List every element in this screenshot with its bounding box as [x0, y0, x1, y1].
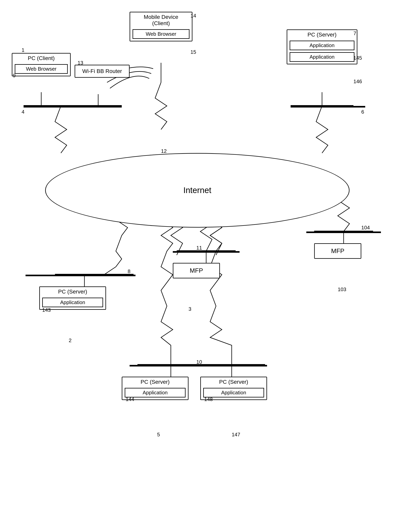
mobile-device-title: Mobile Device(Client) [130, 12, 192, 28]
wifi-router-title: Wi-Fi BB Router [75, 65, 129, 77]
ref-103: 103 [338, 286, 346, 293]
pc-server-bottom-left-app-box: Application [125, 388, 186, 397]
ref-104: 104 [361, 225, 370, 231]
pc-server-left-box: PC (Server) Application [39, 286, 106, 310]
ref-3: 3 [188, 306, 191, 312]
ref-146: 146 [353, 79, 362, 85]
ref-145: 145 [353, 55, 362, 61]
pc-server-bottom-left-title: PC (Server) [122, 377, 188, 387]
internet-ellipse: Internet [45, 153, 350, 228]
pc-server-top-app1-box: Application [290, 41, 354, 50]
pc-server-left-app-box: Application [42, 298, 103, 307]
ref-14: 14 [190, 13, 196, 19]
ref-5: 5 [157, 432, 160, 438]
lan-top-left [23, 106, 122, 108]
lan-left [26, 275, 135, 276]
ref-144: 144 [126, 396, 134, 402]
ref-15: 15 [190, 49, 196, 55]
pc-client-browser-label: Web Browser [26, 66, 57, 72]
pc-server-bottom-right-title: PC (Server) [201, 377, 266, 387]
pc-server-top-app2-label: Application [309, 54, 334, 60]
ref-10: 10 [196, 359, 202, 365]
mfp-right-box: MFP [314, 243, 361, 259]
mfp-center-box: MFP [173, 263, 220, 278]
ref-8: 8 [128, 268, 130, 274]
pc-server-bottom-right-app-box: Application [203, 388, 264, 397]
lan-top-right [291, 106, 365, 108]
ref-4: 4 [22, 109, 24, 115]
mobile-web-browser-label: Web Browser [146, 31, 176, 37]
ref-2: 2 [69, 338, 71, 344]
ref-1: 1 [22, 47, 24, 53]
ref-12: 12 [161, 148, 167, 154]
lan-bottom [130, 365, 267, 367]
lan-center [173, 251, 240, 253]
ref-6: 6 [361, 109, 364, 115]
ref-9: 9 [13, 73, 15, 79]
ref-7: 7 [353, 30, 356, 37]
mfp-right-title: MFP [315, 244, 361, 258]
diagram: Mobile Device(Client) Web Browser 14 15 … [0, 0, 420, 514]
ref-13: 13 [78, 60, 83, 66]
mobile-web-browser-box: Web Browser [133, 29, 189, 39]
pc-client-box: PC (Client) Web Browser [12, 53, 71, 76]
pc-server-top-title: PC (Server) [287, 30, 357, 39]
lan-right [306, 232, 381, 233]
pc-server-top-box: PC (Server) Application Application [287, 29, 357, 64]
pc-server-top-app2-box: Application [290, 52, 354, 62]
pc-client-browser-box: Web Browser [15, 64, 68, 74]
pc-server-left-app-label: Application [60, 299, 85, 305]
mfp-center-title: MFP [173, 264, 219, 278]
pc-server-top-app1-label: Application [309, 42, 334, 48]
pc-server-left-title: PC (Server) [40, 287, 105, 296]
ref-143: 143 [42, 307, 51, 313]
pc-server-bottom-left-app-label: Application [142, 390, 167, 396]
wifi-router-box: Wi-Fi BB Router [75, 65, 130, 78]
internet-label: Internet [183, 186, 211, 195]
ref-147: 147 [232, 432, 240, 438]
pc-server-bottom-right-app-label: Application [221, 390, 246, 396]
ref-148: 148 [204, 396, 213, 402]
ref-11: 11 [196, 245, 202, 251]
pc-client-title: PC (Client) [12, 54, 70, 63]
mobile-device-box: Mobile Device(Client) Web Browser [130, 12, 192, 41]
